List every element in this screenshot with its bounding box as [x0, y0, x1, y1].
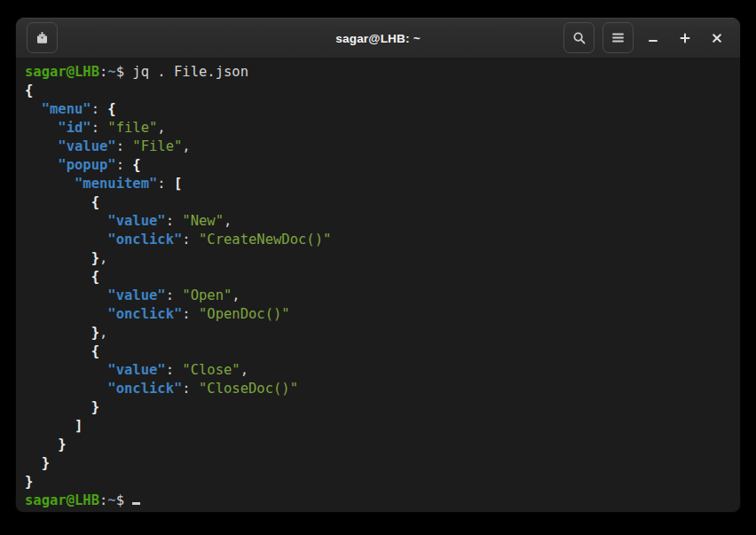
- terminal-line: "onclick": "CreateNewDoc()": [25, 231, 731, 249]
- terminal-text-segment: :: [166, 362, 183, 378]
- terminal-text-segment: [25, 418, 75, 434]
- terminal-text-segment: [25, 455, 42, 471]
- terminal-text-segment: [25, 232, 107, 248]
- terminal-text-segment: sagar@LHB: [25, 492, 99, 508]
- terminal-text-segment: [25, 362, 107, 378]
- terminal-line: }: [25, 436, 731, 454]
- terminal-text-segment: [25, 101, 42, 117]
- terminal-text-segment: [25, 269, 91, 285]
- terminal-line: }: [25, 398, 731, 417]
- terminal-text-segment: ,: [157, 120, 165, 136]
- terminal-text-segment: [25, 399, 91, 415]
- terminal-text-segment: [25, 138, 58, 154]
- terminal-line: "onclick": "CloseDoc()": [25, 380, 731, 398]
- terminal-text-segment: "menuitem": [75, 176, 157, 192]
- terminal-text-segment: :: [182, 232, 199, 248]
- terminal-text-segment: "OpenDoc()": [199, 306, 290, 322]
- text-cursor: [132, 492, 140, 505]
- maximize-plus-icon: [680, 33, 690, 43]
- terminal-line: }: [25, 454, 731, 473]
- terminal-text-segment: ,: [240, 362, 248, 378]
- terminal-line: "value": "Open",: [25, 287, 731, 305]
- search-button[interactable]: [563, 22, 595, 53]
- terminal-text-segment: }: [91, 250, 99, 266]
- terminal-text-segment: [25, 176, 75, 192]
- terminal-text-segment: "value": [58, 138, 115, 154]
- terminal-text-segment: ]: [75, 418, 83, 434]
- terminal-text-segment: ,: [224, 213, 232, 229]
- terminal-line: },: [25, 324, 731, 342]
- terminal-line: "value": "New",: [25, 212, 731, 231]
- terminal-text-segment: "value": [107, 362, 165, 378]
- hamburger-menu-icon: [611, 32, 625, 43]
- terminal-text-segment: "id": [58, 120, 91, 136]
- terminal-text-segment: [25, 287, 107, 303]
- terminal-text-segment: "CloseDoc()": [199, 381, 298, 397]
- new-tab-icon: [35, 30, 50, 45]
- terminal-text-segment: "value": [107, 287, 165, 303]
- terminal-text-segment: [25, 194, 91, 210]
- terminal-text-segment: :: [91, 101, 108, 117]
- minimize-button[interactable]: [641, 22, 665, 53]
- terminal-text-segment: :: [116, 157, 133, 173]
- terminal-text-segment: :: [157, 176, 174, 192]
- terminal-line: "popup": {: [25, 156, 731, 175]
- terminal-line: "menu": {: [25, 100, 731, 119]
- search-icon: [572, 31, 587, 45]
- terminal-text-segment: [25, 325, 91, 341]
- terminal-text-segment: "CreateNewDoc()": [199, 232, 331, 248]
- terminal-line: "value": "File",: [25, 138, 731, 156]
- maximize-button[interactable]: [673, 22, 697, 53]
- terminal-text-segment: $: [116, 492, 133, 508]
- terminal-text-segment: ,: [99, 325, 107, 341]
- terminal-text-segment: }: [91, 399, 99, 415]
- terminal-text-segment: :: [182, 381, 199, 397]
- terminal-line: "value": "Close",: [25, 361, 731, 380]
- terminal-text-segment: {: [91, 194, 99, 210]
- terminal-text-segment: [25, 343, 91, 359]
- terminal-line: },: [25, 249, 731, 268]
- terminal-text-segment: "onclick": [107, 306, 182, 322]
- terminal-line: ]: [25, 417, 731, 436]
- terminal-text-segment: :: [91, 120, 108, 136]
- new-tab-button[interactable]: [27, 22, 58, 53]
- terminal-line: "id": "file",: [25, 119, 731, 138]
- terminal-line: "menuitem": [: [25, 175, 731, 193]
- terminal-text-segment: ,: [232, 287, 240, 303]
- terminal-text-segment: [25, 120, 58, 136]
- close-button[interactable]: [705, 22, 729, 53]
- menu-button[interactable]: [602, 22, 634, 53]
- terminal-text-segment: :: [99, 492, 107, 508]
- terminal-output[interactable]: sagar@LHB:~$ jq . File.json{ "menu": { "…: [16, 59, 740, 512]
- terminal-window: sagar@LHB: ~: [16, 18, 740, 512]
- terminal-text-segment: "Close": [182, 362, 240, 378]
- terminal-text-segment: ,: [99, 250, 107, 266]
- terminal-text-segment: "menu": [42, 101, 91, 117]
- terminal-text-segment: "onclick": [107, 381, 182, 397]
- terminal-line: {: [25, 268, 731, 287]
- terminal-line: {: [25, 193, 731, 212]
- terminal-text-segment: "popup": [58, 157, 115, 173]
- terminal-text-segment: {: [107, 101, 115, 117]
- terminal-text-segment: [25, 250, 91, 266]
- terminal-text-segment: [25, 157, 58, 173]
- terminal-text-segment: {: [25, 83, 33, 98]
- terminal-line: {: [25, 342, 731, 361]
- terminal-text-segment: ,: [182, 138, 190, 154]
- terminal-text-segment: [: [174, 176, 182, 192]
- terminal-line: "onclick": "OpenDoc()": [25, 305, 731, 324]
- terminal-line: sagar@LHB:~$: [25, 492, 731, 510]
- terminal-text-segment: ~: [107, 492, 115, 508]
- minimize-icon: [648, 33, 658, 43]
- terminal-line: }: [25, 473, 731, 492]
- terminal-text-segment: [25, 306, 107, 322]
- terminal-text-segment: {: [132, 157, 140, 173]
- titlebar: sagar@LHB: ~: [16, 18, 740, 59]
- terminal-text-segment: }: [91, 325, 99, 341]
- terminal-text-segment: "file": [107, 120, 157, 136]
- terminal-text-segment: :: [116, 138, 133, 154]
- terminal-text-segment: "value": [107, 213, 165, 229]
- terminal-text-segment: "onclick": [107, 232, 182, 248]
- terminal-text-segment: :: [182, 306, 199, 322]
- terminal-line: sagar@LHB:~$ jq . File.json: [25, 63, 731, 82]
